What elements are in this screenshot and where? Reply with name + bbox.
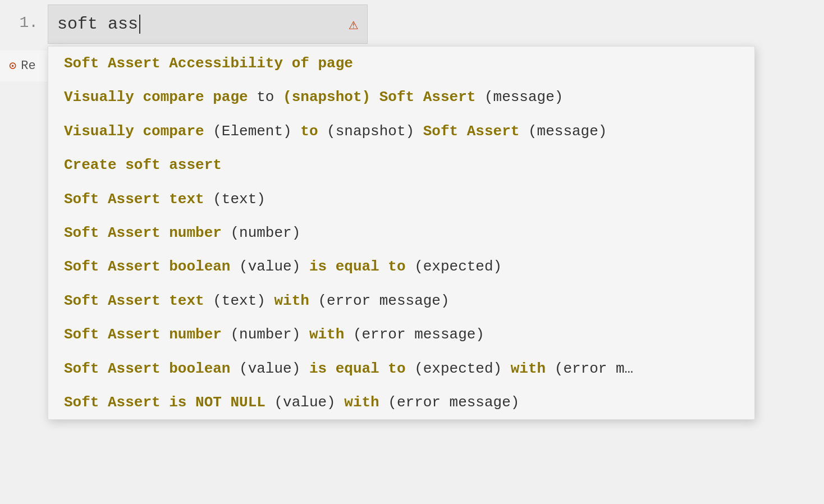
autocomplete-item[interactable]: Soft Assert boolean (value) is equal to … bbox=[48, 250, 754, 283]
autocomplete-item[interactable]: Create soft assert bbox=[48, 148, 754, 182]
autocomplete-item[interactable]: Soft Assert text (text) with (error mess… bbox=[48, 284, 754, 318]
tab-target-icon: ⊙ bbox=[9, 58, 16, 74]
input-text: soft ass bbox=[57, 15, 349, 34]
autocomplete-item[interactable]: Visually compare (Element) to (snapshot)… bbox=[48, 114, 754, 148]
autocomplete-item[interactable]: Soft Assert Accessibility of page bbox=[48, 47, 754, 80]
autocomplete-item[interactable]: Soft Assert is NOT NULL (value) with (er… bbox=[48, 386, 754, 419]
text-cursor bbox=[139, 15, 140, 34]
autocomplete-item[interactable]: Soft Assert number (number) bbox=[48, 216, 754, 250]
code-input-area[interactable]: soft ass ⚠ bbox=[48, 4, 368, 44]
tab-label: Re bbox=[21, 59, 35, 73]
autocomplete-dropdown: Soft Assert Accessibility of pageVisuall… bbox=[48, 46, 755, 420]
line-number: 1. bbox=[0, 0, 45, 45]
autocomplete-item[interactable]: Soft Assert text (text) bbox=[48, 182, 754, 216]
autocomplete-item[interactable]: Visually compare page to (snapshot) Soft… bbox=[48, 80, 754, 114]
autocomplete-item[interactable]: Soft Assert number (number) with (error … bbox=[48, 318, 754, 351]
autocomplete-item[interactable]: Soft Assert boolean (value) is equal to … bbox=[48, 352, 754, 386]
warning-icon: ⚠ bbox=[349, 15, 358, 34]
